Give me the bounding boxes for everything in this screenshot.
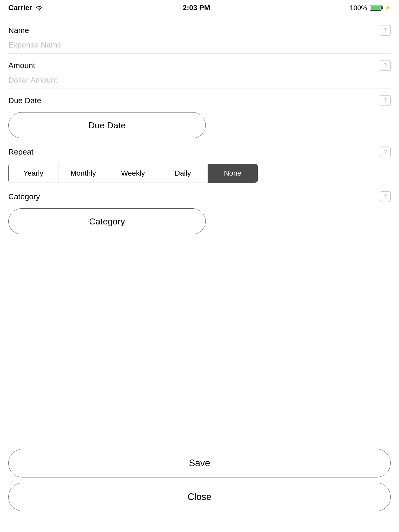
- status-left: Carrier: [8, 4, 43, 12]
- svg-point-0: [38, 9, 40, 11]
- battery-container: [370, 5, 382, 11]
- repeat-label: Repeat: [8, 148, 34, 156]
- due-date-label: Due Date: [8, 96, 41, 105]
- dollar-amount-input[interactable]: [8, 73, 391, 89]
- segment-yearly[interactable]: Yearly: [9, 164, 58, 183]
- close-button[interactable]: Close: [8, 483, 391, 511]
- due-date-header: Due Date ?: [8, 91, 391, 108]
- save-button[interactable]: Save: [8, 449, 391, 477]
- bottom-buttons: Save Close: [8, 449, 391, 511]
- due-date-help-icon[interactable]: ?: [380, 95, 391, 106]
- due-date-button[interactable]: Due Date: [8, 112, 206, 138]
- segment-monthly[interactable]: Monthly: [58, 164, 108, 183]
- segment-weekly[interactable]: Weekly: [108, 164, 158, 183]
- segment-none[interactable]: None: [208, 164, 257, 183]
- amount-label: Amount: [8, 61, 35, 70]
- status-bar: Carrier 2:03 PM 100% ⚡: [0, 0, 399, 16]
- expense-name-input[interactable]: [8, 38, 391, 54]
- carrier-label: Carrier: [8, 4, 32, 12]
- category-help-icon[interactable]: ?: [380, 191, 391, 202]
- category-label: Category: [8, 192, 40, 201]
- repeat-segmented-control: Yearly Monthly Weekly Daily None: [8, 164, 258, 183]
- name-help-icon[interactable]: ?: [380, 25, 391, 36]
- battery-percent: 100%: [350, 4, 367, 12]
- category-button[interactable]: Category: [8, 208, 206, 234]
- amount-section: Amount ?: [8, 56, 391, 89]
- battery-icon: [370, 5, 382, 11]
- category-section: Category ? Category: [8, 187, 391, 234]
- charging-icon: ⚡: [384, 5, 391, 11]
- status-time: 2:03 PM: [183, 4, 210, 12]
- repeat-help-icon[interactable]: ?: [380, 147, 391, 157]
- repeat-header: Repeat ?: [8, 142, 391, 159]
- segment-daily[interactable]: Daily: [158, 164, 208, 183]
- name-label: Name: [8, 26, 29, 35]
- category-header: Category ?: [8, 187, 391, 204]
- name-section: Name ?: [8, 21, 391, 54]
- status-right: 100% ⚡: [350, 4, 391, 12]
- battery-fill: [371, 6, 381, 10]
- name-header: Name ?: [8, 21, 391, 38]
- wifi-icon: [35, 5, 43, 11]
- due-date-section: Due Date ? Due Date: [8, 91, 391, 138]
- amount-header: Amount ?: [8, 56, 391, 73]
- repeat-section: Repeat ? Yearly Monthly Weekly Daily Non…: [8, 142, 391, 183]
- amount-help-icon[interactable]: ?: [380, 60, 391, 71]
- form-content: Name ? Amount ? Due Date ? Due Date: [0, 16, 399, 234]
